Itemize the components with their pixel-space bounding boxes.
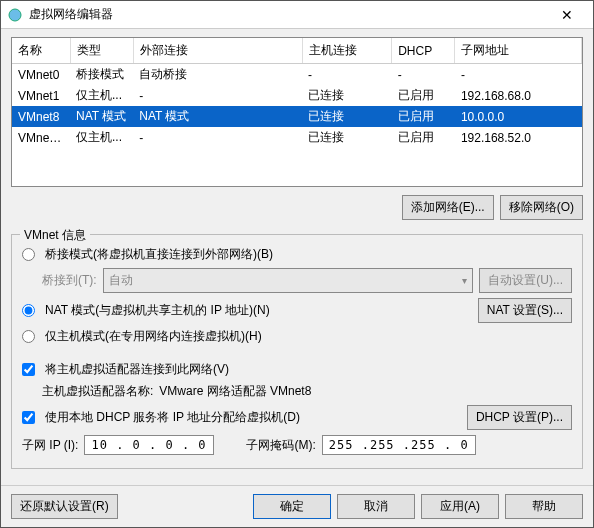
cell-type: 桥接模式 <box>70 64 133 86</box>
radio-nat-row[interactable]: NAT 模式(与虚拟机共享主机的 IP 地址)(N) NAT 设置(S)... <box>22 298 572 323</box>
hostadapter-row[interactable]: 将主机虚拟适配器连接到此网络(V) <box>22 361 572 378</box>
cell-dhcp: 已启用 <box>392 106 455 127</box>
bridge-to-row: 桥接到(T): 自动 ▾ 自动设置(U)... <box>42 268 572 293</box>
cell-ext: - <box>133 127 302 148</box>
chk-hostadapter-label: 将主机虚拟适配器连接到此网络(V) <box>45 361 229 378</box>
dhcp-row[interactable]: 使用本地 DHCP 服务将 IP 地址分配给虚拟机(D) DHCP 设置(P).… <box>22 405 572 430</box>
radio-bridge-row[interactable]: 桥接模式(将虚拟机直接连接到外部网络)(B) <box>22 246 572 263</box>
chk-hostadapter[interactable] <box>22 363 35 376</box>
cancel-button[interactable]: 取消 <box>337 494 415 519</box>
col-dhcp[interactable]: DHCP <box>392 38 455 64</box>
remove-network-button[interactable]: 移除网络(O) <box>500 195 583 220</box>
cell-host: - <box>302 64 392 86</box>
content-area: 名称 类型 外部连接 主机连接 DHCP 子网地址 VMnet0桥接模式自动桥接… <box>1 29 593 485</box>
col-subnet[interactable]: 子网地址 <box>455 38 582 64</box>
col-name[interactable]: 名称 <box>12 38 70 64</box>
col-ext[interactable]: 外部连接 <box>133 38 302 64</box>
bridge-to-value: 自动 <box>109 272 133 289</box>
window-title: 虚拟网络编辑器 <box>29 6 547 23</box>
footer: 还原默认设置(R) 确定 取消 应用(A) 帮助 <box>1 485 593 527</box>
app-icon <box>7 7 23 23</box>
ok-button[interactable]: 确定 <box>253 494 331 519</box>
group-legend: VMnet 信息 <box>20 227 90 244</box>
cell-ext: 自动桥接 <box>133 64 302 86</box>
radio-nat-label: NAT 模式(与虚拟机共享主机的 IP 地址)(N) <box>45 302 270 319</box>
cell-type: 仅主机... <box>70 85 133 106</box>
bridge-to-select: 自动 ▾ <box>103 268 474 293</box>
cell-dhcp: 已启用 <box>392 85 455 106</box>
cell-name: VMnet8 <box>12 106 70 127</box>
cell-type: 仅主机... <box>70 127 133 148</box>
apply-button[interactable]: 应用(A) <box>421 494 499 519</box>
hostadapter-name-label: 主机虚拟适配器名称: <box>42 383 153 400</box>
table-row[interactable]: VMnet1仅主机...-已连接已启用192.168.68.0 <box>12 85 582 106</box>
subnet-ip-input[interactable]: 10 . 0 . 0 . 0 <box>84 435 214 455</box>
cell-host: 已连接 <box>302 127 392 148</box>
close-button[interactable]: ✕ <box>547 1 587 29</box>
dhcp-settings-button[interactable]: DHCP 设置(P)... <box>467 405 572 430</box>
cell-name: VMnet12 <box>12 127 70 148</box>
add-network-button[interactable]: 添加网络(E)... <box>402 195 494 220</box>
svg-point-0 <box>9 9 21 21</box>
hostadapter-name-row: 主机虚拟适配器名称: VMware 网络适配器 VMnet8 <box>42 383 572 400</box>
hostadapter-name-value: VMware 网络适配器 VMnet8 <box>159 383 311 400</box>
bridge-to-label: 桥接到(T): <box>42 272 97 289</box>
cell-dhcp: 已启用 <box>392 127 455 148</box>
cell-type: NAT 模式 <box>70 106 133 127</box>
cell-name: VMnet1 <box>12 85 70 106</box>
cell-host: 已连接 <box>302 106 392 127</box>
subnet-mask-input[interactable]: 255 .255 .255 . 0 <box>322 435 476 455</box>
col-host[interactable]: 主机连接 <box>302 38 392 64</box>
help-button[interactable]: 帮助 <box>505 494 583 519</box>
cell-subnet: - <box>455 64 582 86</box>
table-row[interactable]: VMnet0桥接模式自动桥接--- <box>12 64 582 86</box>
cell-ext: - <box>133 85 302 106</box>
network-table[interactable]: 名称 类型 外部连接 主机连接 DHCP 子网地址 VMnet0桥接模式自动桥接… <box>11 37 583 187</box>
cell-subnet: 192.168.68.0 <box>455 85 582 106</box>
cell-name: VMnet0 <box>12 64 70 86</box>
table-row[interactable]: VMnet12仅主机...-已连接已启用192.168.52.0 <box>12 127 582 148</box>
subnet-mask-label: 子网掩码(M): <box>246 437 315 454</box>
radio-bridge[interactable] <box>22 248 35 261</box>
vmnet-info-group: VMnet 信息 桥接模式(将虚拟机直接连接到外部网络)(B) 桥接到(T): … <box>11 234 583 469</box>
chk-dhcp[interactable] <box>22 411 35 424</box>
subnet-ip-label: 子网 IP (I): <box>22 437 78 454</box>
radio-hostonly-row[interactable]: 仅主机模式(在专用网络内连接虚拟机)(H) <box>22 328 572 345</box>
table-header-row: 名称 类型 外部连接 主机连接 DHCP 子网地址 <box>12 38 582 64</box>
dialog-window: 虚拟网络编辑器 ✕ 名称 类型 外部连接 主机连接 DHCP 子网地址 VMne… <box>0 0 594 528</box>
cell-dhcp: - <box>392 64 455 86</box>
restore-defaults-button[interactable]: 还原默认设置(R) <box>11 494 118 519</box>
col-type[interactable]: 类型 <box>70 38 133 64</box>
chevron-down-icon: ▾ <box>462 275 467 286</box>
subnet-row: 子网 IP (I): 10 . 0 . 0 . 0 子网掩码(M): 255 .… <box>22 435 572 455</box>
radio-hostonly-label: 仅主机模式(在专用网络内连接虚拟机)(H) <box>45 328 262 345</box>
chk-dhcp-label: 使用本地 DHCP 服务将 IP 地址分配给虚拟机(D) <box>45 409 300 426</box>
table-buttons: 添加网络(E)... 移除网络(O) <box>11 195 583 220</box>
auto-settings-button: 自动设置(U)... <box>479 268 572 293</box>
nat-settings-button[interactable]: NAT 设置(S)... <box>478 298 572 323</box>
titlebar: 虚拟网络编辑器 ✕ <box>1 1 593 29</box>
cell-subnet: 192.168.52.0 <box>455 127 582 148</box>
cell-host: 已连接 <box>302 85 392 106</box>
cell-ext: NAT 模式 <box>133 106 302 127</box>
radio-bridge-label: 桥接模式(将虚拟机直接连接到外部网络)(B) <box>45 246 273 263</box>
radio-hostonly[interactable] <box>22 330 35 343</box>
radio-nat[interactable] <box>22 304 35 317</box>
table-row[interactable]: VMnet8NAT 模式NAT 模式已连接已启用10.0.0.0 <box>12 106 582 127</box>
cell-subnet: 10.0.0.0 <box>455 106 582 127</box>
